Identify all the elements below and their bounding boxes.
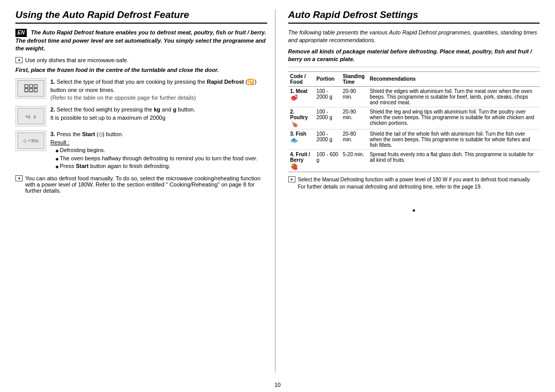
step-1-note: (Refer to the table on the opposite page… — [50, 95, 196, 101]
fruit-icon: 🍓 — [290, 163, 312, 170]
page-number-bar: 10 — [0, 378, 555, 392]
intro-text: The Auto Rapid Defrost feature enables y… — [15, 29, 266, 51]
food-meat: 1. Meat 🥩 — [288, 86, 314, 107]
step-2-text: 2. Select the food weight by pressing th… — [50, 106, 267, 122]
meat-icon: 🥩 — [290, 94, 312, 101]
result-item-2: The oven beeps halfway through defrostin… — [55, 155, 267, 162]
right-intro-text: The following table presents the various… — [288, 29, 540, 45]
right-title: Auto Rapid Defrost Settings — [288, 9, 540, 24]
bottom-note-row: ✶ Select the Manual Defrosting function … — [288, 176, 540, 191]
food-poultry: 2. Poultry 🍗 — [288, 107, 314, 129]
frozen-food-text: First, place the frozen food in the cent… — [15, 66, 267, 74]
portion-fish: 100 - 2000 g — [314, 129, 341, 150]
standing-fish: 20-80 min. — [341, 129, 367, 150]
portion-fruit: 100 - 600 g — [314, 150, 341, 172]
rec-poultry: Shield the leg and wing tips with alumin… — [367, 107, 540, 129]
bullet-point: • — [288, 206, 540, 215]
manual-defrost-icon: ✶ — [15, 175, 23, 181]
step-1-image: 🔲🔲🔲🔲🔲🔲 — [15, 78, 46, 99]
step-2-row: kg g 2. Select the food weight by pressi… — [15, 106, 267, 126]
step-3-diagram: ◇ +30s — [17, 133, 44, 149]
result-list: Defrosting begins. The oven beeps halfwa… — [50, 146, 267, 170]
kg-bold: kg — [154, 106, 160, 113]
standing-meat: 20-90 min. — [341, 86, 367, 107]
col-standing: StandingTime — [341, 71, 367, 86]
en-badge: EN — [15, 29, 27, 37]
table-row: 4. Fruit /Berry 🍓 100 - 600 g 5-20 min. … — [288, 150, 540, 172]
microwave-safe-icon: ✶ — [15, 57, 23, 63]
step-1-text: 1. Select the type of food that you are … — [50, 78, 267, 102]
page: Using the Auto Rapid Defrost Feature EN … — [0, 0, 555, 392]
standing-fruit: 5-20 min. — [341, 150, 367, 172]
bottom-note-icon: ✶ — [288, 176, 295, 182]
microwave-safe-text: Use only dishes that are microwave-safe. — [25, 57, 128, 63]
rec-fish: Shield the tail of the whole fish with a… — [367, 129, 540, 150]
start-icon: (◇) — [97, 131, 104, 137]
microwave-safe-row: ✶ Use only dishes that are microwave-saf… — [15, 57, 267, 63]
step-3-num: 3. — [50, 131, 55, 137]
step-3-text: 3. Press the Start (◇) button. Result : … — [50, 130, 267, 170]
portion-meat: 100 - 2000 g — [314, 86, 341, 107]
fish-icon: 🐟 — [290, 137, 312, 144]
start-bold: Start — [82, 131, 95, 137]
col-recommendations: Recommendations — [367, 71, 540, 86]
remove-note: Remove all kinds of package material bef… — [288, 48, 540, 67]
rapid-defrost-icon: (🔁) — [246, 79, 256, 85]
col-code: Code / Food — [288, 71, 314, 86]
left-title: Using the Auto Rapid Defrost Feature — [15, 9, 267, 24]
table-row: 1. Meat 🥩 100 - 2000 g 20-90 min. Shield… — [288, 86, 540, 107]
rec-meat: Shield the edges with aluminium foil. Tu… — [367, 86, 540, 107]
table-row: 3. Fish 🐟 100 - 2000 g 20-80 min. Shield… — [288, 129, 540, 150]
bottom-note-text: Select the Manual Defrosting function wi… — [298, 176, 540, 191]
rapid-defrost-bold: Rapid Defrost — [207, 79, 244, 85]
manual-defrost-text: You can also defrost food manually. To d… — [25, 175, 267, 194]
table-row: 2. Poultry 🍗 100 - 2000 g 20-90 min. Shi… — [288, 107, 540, 129]
manual-defrost-row: ✶ You can also defrost food manually. To… — [15, 175, 267, 194]
step-3-image: ◇ +30s — [15, 130, 46, 151]
result-item-1: Defrosting begins. — [55, 146, 267, 154]
step-2-image: kg g — [15, 106, 46, 126]
right-column: Auto Rapid Defrost Settings The followin… — [286, 9, 540, 372]
page-number: 10 — [274, 382, 281, 388]
portion-poultry: 100 - 2000 g — [314, 107, 341, 129]
step-1-row: 🔲🔲🔲🔲🔲🔲 1. Select the type of food that y… — [15, 78, 267, 102]
step-1-num: 1. — [50, 79, 55, 85]
g-bold: g — [173, 106, 177, 113]
intro-block: EN The Auto Rapid Defrost feature enable… — [15, 29, 267, 53]
step-1-diagram: 🔲🔲🔲🔲🔲🔲 — [17, 80, 44, 97]
rec-fruit: Spread fruits evenly into a flat glass d… — [367, 150, 540, 172]
col-portion: Portion — [314, 71, 341, 86]
food-fish: 3. Fish 🐟 — [288, 129, 314, 150]
result-item-3: Press Start button again to finish defro… — [55, 162, 267, 170]
table-header-row: Code / Food Portion StandingTime Recomme… — [288, 71, 540, 86]
standing-poultry: 20-90 min. — [341, 107, 367, 129]
poultry-icon: 🍗 — [290, 120, 312, 127]
left-column: Using the Auto Rapid Defrost Feature EN … — [15, 9, 275, 372]
defrost-table: Code / Food Portion StandingTime Recomme… — [288, 71, 540, 172]
columns: Using the Auto Rapid Defrost Feature EN … — [0, 0, 555, 378]
step-2-note: It is possible to set up to a maximum of… — [50, 115, 165, 121]
result-label: Result : — [50, 139, 69, 145]
step-3-row: ◇ +30s 3. Press the Start (◇) button. Re… — [15, 130, 267, 170]
step-2-diagram: kg g — [17, 108, 44, 124]
step-2-num: 2. — [50, 106, 55, 113]
food-fruit: 4. Fruit /Berry 🍓 — [288, 150, 314, 172]
